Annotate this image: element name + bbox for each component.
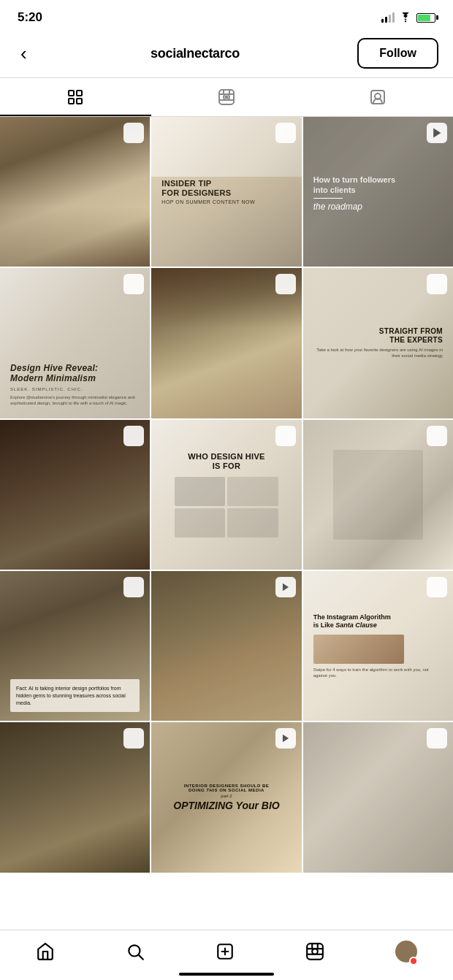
grid-item[interactable] — [0, 117, 150, 267]
post-type-indicator — [427, 426, 447, 446]
thumb-img — [313, 635, 404, 664]
tagged-icon — [369, 88, 387, 106]
grid-item[interactable] — [303, 420, 453, 570]
post-type-indicator — [275, 728, 296, 749]
add-icon — [216, 942, 235, 961]
home-icon — [36, 942, 55, 961]
signal-icon — [381, 12, 395, 23]
overlay-title: The Instagram Algorithmis Like Santa Cla… — [313, 613, 391, 630]
grid-item[interactable]: Design Hive Reveal:Modern Minimalism SLE… — [0, 268, 150, 418]
svg-point-7 — [226, 96, 228, 99]
grid-item[interactable]: INTERIOR DESIGNERS SHOULD BEDOING THIS O… — [151, 722, 301, 872]
svg-line-18 — [139, 955, 143, 960]
status-bar: 5:20 — [0, 0, 453, 32]
overlay-title: INTERIOR DESIGNERS SHOULD BEDOING THIS O… — [184, 784, 270, 792]
overlay-body: Take a look at how your favorite designe… — [313, 347, 443, 359]
post-type-indicator — [275, 274, 296, 294]
collage-grid — [175, 477, 278, 537]
grid-item[interactable]: How to turn followersinto clients the ro… — [303, 117, 453, 267]
svg-rect-22 — [307, 943, 323, 960]
overlay-subtitle: HOP ON SUMMER CONTENT NOW — [161, 199, 255, 204]
grid-item[interactable] — [151, 571, 301, 721]
grid-item[interactable] — [151, 268, 301, 418]
nav-reels[interactable] — [297, 939, 333, 964]
overlay-title: Design Hive Reveal:Modern Minimalism — [10, 363, 98, 384]
post-type-indicator — [427, 274, 447, 294]
post-type-indicator — [123, 426, 144, 446]
post-type-indicator — [427, 577, 447, 597]
status-time: 5:20 — [18, 10, 42, 25]
tab-reels[interactable] — [151, 78, 302, 116]
grid-item[interactable]: WHO DESIGN HIVEis for — [151, 420, 301, 570]
overlay-body: Explore @studiomine's journey through mi… — [10, 394, 140, 407]
follow-button[interactable]: Follow — [357, 38, 438, 69]
post-type-indicator — [275, 426, 296, 446]
tab-grid[interactable] — [0, 78, 151, 116]
overlay-sub: part 2 — [221, 794, 232, 798]
grid-item[interactable]: STRAIGHT FROMTHE EXPERTS Take a look at … — [303, 268, 453, 418]
post-type-indicator — [427, 123, 447, 143]
svg-point-0 — [405, 20, 406, 22]
svg-marker-16 — [283, 735, 289, 743]
reels-nav-icon — [305, 942, 324, 961]
reels-tab-icon — [218, 88, 235, 106]
grid-item[interactable]: The Instagram Algorithmis Like Santa Cla… — [303, 571, 453, 721]
overlay-cursive: the roadmap — [313, 202, 362, 212]
nav-search[interactable] — [117, 939, 153, 964]
overlay-sub: SLEEK. SIMPLISTIC. CHIC. — [10, 387, 83, 391]
overlay-title: INSIDER TIPFOR DESIGNERS — [161, 179, 231, 198]
profile-username: socialnectarco — [151, 46, 240, 61]
grid-item[interactable]: INSIDER TIPFOR DESIGNERS HOP ON SUMMER C… — [151, 117, 301, 267]
grid-item[interactable] — [303, 722, 453, 872]
search-icon — [126, 942, 145, 961]
home-bar — [179, 973, 274, 976]
svg-rect-2 — [77, 91, 82, 96]
post-type-indicator — [123, 728, 144, 749]
post-type-indicator — [275, 577, 296, 597]
post-type-indicator — [123, 274, 144, 294]
svg-rect-3 — [69, 99, 74, 104]
wifi-icon — [399, 12, 412, 23]
grid-item[interactable] — [0, 722, 150, 872]
grid-item[interactable]: Fact: AI is taking interior design portf… — [0, 571, 150, 721]
post-type-indicator — [123, 123, 144, 143]
overlay-title: WHO DESIGN HIVEis for — [188, 452, 264, 471]
svg-rect-1 — [69, 91, 74, 96]
overlay-body: Swipe for 4 ways to train the algorithm … — [313, 667, 443, 679]
post-type-indicator — [123, 577, 144, 597]
grid-item[interactable] — [0, 420, 150, 570]
svg-rect-4 — [77, 99, 82, 104]
back-button[interactable]: ‹ — [15, 39, 33, 68]
post-type-indicator — [275, 123, 296, 143]
nav-add[interactable] — [207, 939, 243, 964]
overlay-title: STRAIGHT FROMTHE EXPERTS — [379, 327, 443, 345]
photo-grid: INSIDER TIPFOR DESIGNERS HOP ON SUMMER C… — [0, 117, 453, 873]
nav-home[interactable] — [27, 939, 64, 964]
overlay-cursive: OPTIMIZING Your BIO — [173, 800, 279, 811]
svg-point-23 — [312, 949, 318, 954]
svg-marker-14 — [434, 129, 440, 137]
status-icons — [381, 12, 435, 23]
svg-marker-15 — [283, 583, 289, 592]
profile-avatar — [395, 941, 417, 962]
overlay-body: How to turn followersinto clients — [313, 175, 395, 196]
header: ‹ socialnectarco Follow — [0, 32, 453, 77]
tab-bar — [0, 77, 453, 117]
post-type-indicator — [427, 728, 447, 749]
divider — [313, 198, 343, 199]
tab-tagged[interactable] — [302, 78, 453, 116]
battery-icon — [416, 13, 435, 23]
body-text: Fact: AI is taking interior design portf… — [16, 685, 134, 706]
grid-icon — [66, 88, 84, 106]
nav-profile[interactable] — [387, 938, 426, 965]
text-card: Fact: AI is taking interior design portf… — [10, 679, 140, 712]
